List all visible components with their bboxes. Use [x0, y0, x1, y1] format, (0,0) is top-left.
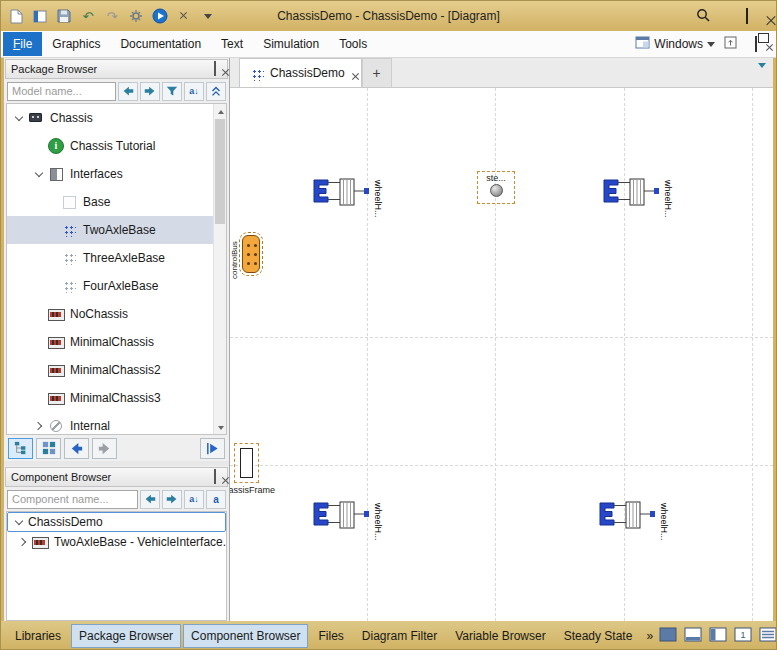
navigate-back-icon[interactable] — [64, 438, 89, 459]
component-wheelhub-front-left[interactable]: wheelH... — [312, 178, 412, 240]
tree-item-minimalchassis[interactable]: MinimalChassis — [7, 328, 226, 356]
package-tree-scrollbar[interactable] — [213, 104, 226, 434]
statusbar-component-browser-button[interactable]: Component Browser — [183, 624, 308, 648]
menu-documentation[interactable]: Documentation — [110, 32, 211, 56]
new-tab-button[interactable]: + — [362, 58, 392, 87]
expand-arrow-icon[interactable] — [13, 516, 25, 528]
tab-list-dropdown-icon[interactable] — [758, 68, 766, 82]
save-icon[interactable] — [55, 7, 73, 25]
tree-item-nochassis[interactable]: NoChassis — [7, 300, 226, 328]
package-browser-header: Package Browser — [5, 59, 228, 79]
steering-connector-icon[interactable] — [490, 184, 503, 197]
float-panel-icon[interactable] — [214, 63, 216, 75]
component-filter-input[interactable] — [7, 490, 138, 509]
package-browser-toolbar — [4, 435, 229, 461]
collapse-all-icon[interactable] — [206, 82, 226, 101]
navigate-forward-icon[interactable] — [92, 438, 117, 459]
expand-arrow-icon[interactable] — [13, 112, 25, 124]
model-dots-icon — [61, 222, 77, 238]
chassis-model-icon — [48, 390, 64, 406]
filter-icon[interactable] — [162, 82, 182, 101]
tree-item-chassis-tutorial[interactable]: Chassis Tutorial — [7, 132, 226, 160]
toolbar-overflow-icon[interactable] — [199, 7, 217, 25]
statusbar-variable-browser-button[interactable]: Variable Browser — [447, 624, 553, 648]
layout-single-window-icon[interactable]: 1 — [734, 627, 752, 645]
tree-item-minimalchassis2[interactable]: MinimalChassis2 — [7, 356, 226, 384]
dock-window-icon[interactable] — [724, 36, 737, 52]
tree-item-base[interactable]: Base — [7, 188, 226, 216]
windows-dropdown[interactable]: Windows — [635, 36, 715, 52]
tree-item-label: MinimalChassis2 — [70, 363, 161, 377]
statusbar-diagram-filter-button[interactable]: Diagram Filter — [354, 624, 445, 648]
goto-selected-icon[interactable] — [200, 438, 225, 459]
component-wheelhub-rear-left[interactable]: wheelH... — [312, 501, 412, 563]
tree-item-chassisdemo[interactable]: ChassisDemo — [7, 512, 226, 532]
close-model-icon[interactable] — [175, 7, 193, 25]
statusbar-package-browser-button[interactable]: Package Browser — [71, 624, 181, 648]
component-browser-panel: Component Browser — [4, 466, 229, 621]
statusbar-files-button[interactable]: Files — [310, 624, 351, 648]
component-wheelhub-rear-right[interactable]: wheelH... — [598, 501, 698, 563]
wheelhub-icon — [598, 501, 656, 531]
component-chassisframe[interactable]: chassisFrame — [234, 443, 259, 483]
expand-arrow-icon[interactable] — [33, 168, 45, 180]
statusbar-libraries-button[interactable]: Libraries — [7, 624, 69, 648]
sort-icon[interactable] — [184, 82, 204, 101]
component-controlbus[interactable] — [242, 235, 260, 273]
collapse-arrow-icon[interactable] — [17, 536, 29, 548]
layout-left-panel-icon[interactable] — [709, 627, 727, 645]
statusbar-overflow-button[interactable]: » — [642, 625, 657, 647]
maximize-button[interactable] — [746, 9, 748, 23]
match-case-icon[interactable] — [206, 490, 226, 509]
tree-item-threeaxlebase[interactable]: ThreeAxleBase — [7, 244, 226, 272]
component-steering[interactable]: ste... — [477, 171, 515, 204]
collapse-arrow-icon[interactable] — [33, 420, 45, 432]
diagram-canvas[interactable]: wheelH... wheelH... — [230, 88, 773, 621]
float-panel-icon[interactable] — [214, 471, 216, 483]
statusbar-steady-state-button[interactable]: Steady State — [556, 624, 641, 648]
tree-item-fouraxlebase[interactable]: FourAxleBase — [7, 272, 226, 300]
tree-item-label: NoChassis — [70, 307, 128, 321]
left-sidebar: Package Browser — [4, 58, 230, 621]
menu-simulation[interactable]: Simulation — [253, 32, 329, 56]
menu-tools[interactable]: Tools — [329, 32, 377, 56]
new-file-icon[interactable] — [7, 7, 25, 25]
sort-icon[interactable] — [184, 490, 204, 509]
history-forward-icon[interactable] — [162, 490, 182, 509]
history-back-icon[interactable] — [140, 490, 160, 509]
tree-view-icon[interactable] — [8, 438, 33, 459]
tab-chassisdemo[interactable]: ChassisDemo — [239, 58, 362, 87]
scroll-up-icon[interactable] — [214, 104, 227, 117]
open-file-icon[interactable] — [31, 7, 49, 25]
run-simulation-icon[interactable] — [151, 7, 169, 25]
layout-list-icon[interactable] — [759, 627, 777, 645]
tree-item-minimalchassis3[interactable]: MinimalChassis3 — [7, 384, 226, 412]
tree-item-label: Base — [83, 195, 110, 209]
mdi-restore-button[interactable] — [755, 37, 757, 51]
menu-text[interactable]: Text — [211, 32, 253, 56]
menu-graphics[interactable]: Graphics — [42, 32, 110, 56]
scroll-down-icon[interactable] — [214, 421, 227, 434]
component-label: wheelH... — [373, 503, 383, 541]
model-filter-input[interactable] — [7, 82, 116, 101]
layout-bottom-panel-icon[interactable] — [684, 627, 702, 645]
settings-icon[interactable] — [127, 7, 145, 25]
component-wheelhub-front-right[interactable]: wheelH... — [602, 178, 702, 240]
menu-file[interactable]: File — [3, 32, 42, 56]
layout-full-icon[interactable] — [659, 627, 677, 645]
tree-item-internal[interactable]: Internal — [7, 412, 226, 435]
scrollbar-thumb[interactable] — [215, 119, 225, 224]
history-forward-icon[interactable] — [140, 82, 160, 101]
wheelhub-icon — [602, 178, 660, 208]
tree-item-chassis[interactable]: Chassis — [7, 104, 226, 132]
tree-item-twoaxlebase[interactable]: TwoAxleBase — [7, 216, 226, 244]
history-back-icon[interactable] — [118, 82, 138, 101]
undo-icon[interactable]: ↶ — [79, 7, 97, 25]
tab-label: ChassisDemo — [270, 66, 345, 80]
tree-item-twoaxlebase-component[interactable]: TwoAxleBase - VehicleInterface... — [7, 532, 226, 552]
search-icon[interactable] — [696, 8, 710, 25]
icon-view-icon[interactable] — [36, 438, 61, 459]
redo-icon[interactable]: ↷ — [103, 7, 121, 25]
chassisframe-icon — [240, 448, 253, 478]
tree-item-interfaces[interactable]: Interfaces — [7, 160, 226, 188]
